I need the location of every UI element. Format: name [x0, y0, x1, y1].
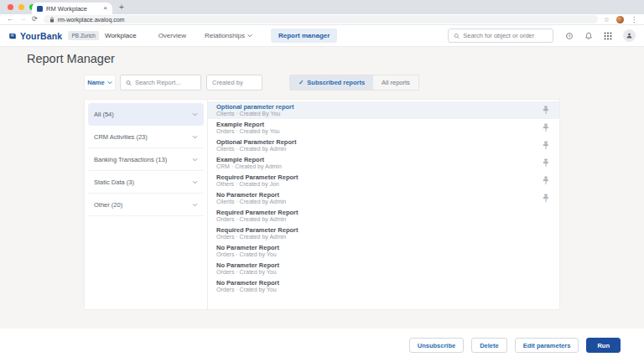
category-label: Other (20): [94, 201, 192, 209]
report-row[interactable]: No Parameter Report Orders · Crated by Y…: [208, 242, 559, 260]
report-subtitle: Orders · Created by Admin: [216, 216, 539, 224]
nav-report-manager[interactable]: Report manager: [271, 28, 337, 43]
run-button[interactable]: Run: [586, 338, 621, 353]
browser-url-row: ← → ⟳ rm-workplace.avaloq.com ☆ ⋮: [0, 14, 644, 25]
category-row[interactable]: Other (20): [88, 194, 204, 216]
apps-grid-icon[interactable]: [604, 32, 612, 40]
category-row[interactable]: All (54): [88, 103, 204, 126]
action-footer: Unsubscribe Delete Edit parameters Run: [0, 328, 644, 362]
page-title: Report Manager: [27, 52, 115, 65]
chevron-down-icon[interactable]: [192, 135, 198, 139]
notifications-bell-icon[interactable]: [584, 32, 593, 40]
reload-icon[interactable]: ⟳: [32, 16, 38, 23]
forward-icon[interactable]: →: [19, 16, 26, 23]
report-row[interactable]: Optional parameter report Clients · Crea…: [208, 101, 559, 119]
report-subtitle: Orders · Created by Admin: [216, 234, 539, 241]
created-by-field[interactable]: [206, 75, 262, 90]
category-row[interactable]: Static Data (3): [88, 171, 204, 194]
nav-overview[interactable]: Overview: [158, 32, 186, 39]
chevron-down-icon[interactable]: [192, 203, 198, 207]
filter-bar: Name ✓ Subscribed reports All reports: [84, 75, 560, 90]
report-title: Required Parameter Report: [216, 209, 539, 216]
nav-relationships[interactable]: Relationships: [205, 32, 252, 39]
browser-tab[interactable]: RM Workplace ×: [32, 3, 112, 14]
pin-icon[interactable]: [539, 123, 553, 132]
browser-menu-icon[interactable]: ⋮: [631, 16, 637, 23]
report-row[interactable]: Required Parameter Report Orders · Creat…: [208, 207, 559, 225]
category-label: Banking Transactions (13): [94, 156, 192, 163]
bookmark-star-icon[interactable]: ☆: [604, 16, 610, 23]
report-row[interactable]: Required Parameter Report Orders · Creat…: [208, 225, 559, 242]
app-header: YourBank PB Zurich Workplace Overview Re…: [0, 25, 644, 47]
report-search-input[interactable]: [135, 79, 195, 86]
pin-icon[interactable]: [539, 141, 553, 150]
tab-title: RM Workplace: [46, 5, 100, 13]
report-subtitle: Orders · Created by You: [216, 128, 539, 136]
report-title: Required Parameter Report: [216, 226, 539, 234]
name-sort-dropdown[interactable]: Name: [84, 75, 116, 90]
report-search-field[interactable]: [120, 75, 201, 90]
pin-icon[interactable]: [539, 194, 553, 203]
all-reports-toggle[interactable]: All reports: [373, 75, 418, 90]
report-title: Example Report: [216, 121, 539, 128]
report-subtitle: Orders · Crated by You: [216, 287, 539, 294]
minimize-window-button[interactable]: [18, 4, 24, 10]
back-icon[interactable]: ←: [7, 16, 13, 23]
report-row[interactable]: No Parameter Report Clients · Created by…: [208, 189, 559, 207]
pin-icon[interactable]: [539, 176, 553, 185]
unsubscribe-button[interactable]: Unsubscribe: [409, 338, 464, 353]
category-label: Static Data (3): [94, 178, 192, 186]
report-row[interactable]: No Parameter Report Orders · Crated by Y…: [208, 260, 559, 277]
address-bar[interactable]: rm-workplace.avaloq.com: [44, 15, 598, 23]
report-row[interactable]: Example Report CRM · Created by Admin: [208, 154, 559, 172]
close-window-button[interactable]: [8, 4, 13, 10]
report-title: Optional Parameter Report: [216, 138, 539, 146]
pin-icon[interactable]: [539, 106, 553, 115]
category-label: CRM Activities (23): [94, 133, 192, 141]
chevron-down-icon[interactable]: [192, 158, 198, 162]
person-icon: [626, 32, 633, 39]
report-row[interactable]: Optional Parameter Report Clients · Crea…: [208, 137, 559, 154]
tab-favicon: [37, 6, 43, 12]
pin-icon[interactable]: [539, 158, 553, 168]
global-search-input[interactable]: [463, 32, 548, 39]
report-scope-toggle: ✓ Subscribed reports All reports: [289, 75, 419, 90]
report-subtitle: Clients · Created by Admin: [216, 199, 539, 206]
global-search[interactable]: [448, 28, 553, 43]
search-icon: [126, 80, 132, 86]
new-tab-button[interactable]: +: [119, 3, 124, 12]
header-icons: [565, 29, 636, 42]
report-subtitle: CRM · Created by Admin: [216, 163, 539, 171]
report-manager-card: All (54) CRM Activities (23) Banking Tra…: [84, 99, 560, 310]
subscribed-reports-toggle[interactable]: ✓ Subscribed reports: [290, 75, 373, 90]
yourbank-logo-icon: [8, 32, 17, 40]
chevron-down-icon[interactable]: [192, 112, 198, 116]
search-icon: [454, 33, 460, 39]
user-avatar[interactable]: [623, 29, 636, 42]
workspace-label: Workplace: [105, 32, 137, 39]
chevron-down-icon[interactable]: [192, 180, 198, 184]
browser-profile-avatar[interactable]: [616, 16, 624, 23]
delete-button[interactable]: Delete: [471, 338, 507, 353]
report-subtitle: Orders · Crated by You: [216, 251, 539, 259]
report-title: No Parameter Report: [216, 191, 539, 199]
report-subtitle: Clients · Created by Admin: [216, 146, 539, 153]
history-icon[interactable]: [565, 32, 574, 40]
lock-icon: [49, 17, 55, 23]
created-by-input[interactable]: [212, 79, 257, 86]
category-row[interactable]: CRM Activities (23): [88, 126, 204, 148]
report-row[interactable]: Required Parameter Report Others · Creat…: [208, 172, 559, 189]
report-title: Required Parameter Report: [216, 173, 539, 181]
report-row[interactable]: Example Report Orders · Created by You: [208, 119, 559, 137]
report-title: Optional parameter report: [216, 103, 539, 111]
yourbank-logo[interactable]: YourBank: [8, 31, 62, 41]
category-label: All (54): [94, 111, 192, 118]
edit-parameters-button[interactable]: Edit parameters: [515, 338, 579, 353]
environment-badge: PB Zurich: [68, 31, 99, 40]
check-icon: ✓: [299, 79, 304, 86]
category-row[interactable]: Banking Transactions (13): [88, 148, 204, 171]
tab-close-icon[interactable]: ×: [103, 5, 107, 12]
main-nav: Overview Relationships Report manager: [158, 28, 338, 43]
chevron-down-icon: [247, 34, 252, 38]
report-row[interactable]: No Parameter Report Orders · Crated by Y…: [208, 277, 559, 295]
